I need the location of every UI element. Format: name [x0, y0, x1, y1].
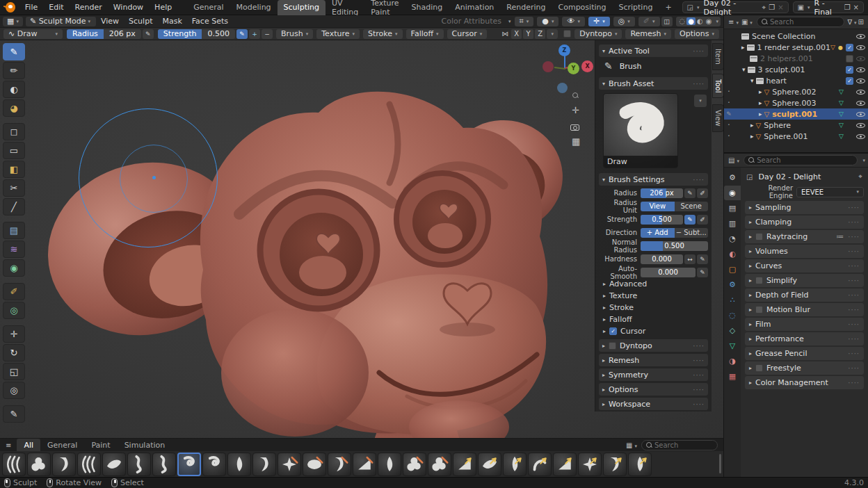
- section-symmetry[interactable]: ▸Symmetry····: [599, 368, 708, 381]
- brush-thumbnail-scoop[interactable]: [102, 453, 126, 476]
- menu-view[interactable]: View: [96, 17, 124, 26]
- section-dyntopo[interactable]: ▸Dyntopo····: [599, 339, 708, 352]
- expand-open-icon[interactable]: ▾: [750, 77, 754, 84]
- mirror-z-toggle[interactable]: Z: [535, 29, 545, 39]
- hardness-range-icon[interactable]: ↔: [684, 254, 696, 264]
- gizmo-y-axis[interactable]: Y: [568, 63, 579, 74]
- radius-value[interactable]: 206 px: [104, 29, 141, 39]
- properties-tab-physics[interactable]: ◌: [724, 308, 741, 323]
- outliner-display-mode[interactable]: ≡▾: [727, 18, 740, 26]
- brush-thumbnail-drop[interactable]: [503, 453, 527, 476]
- menu-sculpt[interactable]: Sculpt: [124, 17, 157, 26]
- brush-thumbnail-scoop[interactable]: [478, 453, 501, 476]
- outliner-row-3-sculpt-001[interactable]: ▾3 sculpt.001✓: [724, 64, 868, 75]
- editor-type-button[interactable]: ▦▾: [3, 17, 23, 26]
- gizmo-neg-z-axis[interactable]: [557, 83, 568, 93]
- proportional-falloff-popover[interactable]: ●▾: [537, 17, 558, 26]
- direction-subtract-button[interactable]: −: [262, 29, 273, 39]
- radius-unit-option-scene[interactable]: Scene: [675, 202, 709, 211]
- scene-selector[interactable]: ◲▾ Day 02 - Delight ⌖ ❐ ×: [682, 1, 789, 13]
- pin-icon[interactable]: ⌖: [761, 3, 768, 12]
- menu-render[interactable]: Render: [70, 0, 108, 15]
- section-raytracing[interactable]: ▸Raytracing≔····: [745, 230, 864, 243]
- popover-texture[interactable]: Texture▾: [316, 29, 360, 39]
- tool-box-face-set[interactable]: ◧: [3, 161, 25, 178]
- object-name[interactable]: 2 helpers.001: [760, 54, 813, 63]
- subsection-stroke[interactable]: ▸Stroke: [599, 302, 708, 314]
- shelf-tab-all[interactable]: All: [17, 439, 40, 451]
- expand-closed-icon[interactable]: ▸: [759, 111, 762, 117]
- shading-solid-icon[interactable]: ●: [686, 17, 696, 25]
- options-popover[interactable]: Options▾: [675, 29, 719, 39]
- tool-mask[interactable]: ◐: [3, 81, 25, 98]
- visibility-eye-icon[interactable]: [856, 133, 865, 140]
- properties-options-dropdown[interactable]: ▾: [862, 158, 865, 163]
- brush-thumbnail-drop[interactable]: [378, 453, 401, 476]
- gizmo-toggle[interactable]: ✛▾: [588, 17, 610, 26]
- tool-line-project[interactable]: ╱: [3, 198, 25, 215]
- zoom-button[interactable]: [572, 90, 579, 101]
- mirror-y-toggle[interactable]: Y: [523, 29, 533, 39]
- outliner-row-sphere[interactable]: ·▸▽Sphere▽: [724, 120, 868, 131]
- properties-tab-modifiers[interactable]: ⚙: [724, 277, 741, 292]
- brush-thumbnail-drop[interactable]: [628, 453, 652, 476]
- shelf-display-mode-icon[interactable]: ▦▾: [625, 441, 638, 449]
- object-name[interactable]: Sphere.002: [772, 88, 816, 97]
- expand-closed-icon[interactable]: ▸: [759, 99, 762, 106]
- new-scene-icon[interactable]: ❐: [767, 3, 776, 11]
- menu-file[interactable]: File: [19, 0, 43, 15]
- overlays-popover[interactable]: ◎▾: [613, 17, 635, 26]
- shelf-menu-icon[interactable]: ≡: [0, 441, 17, 449]
- visibility-eye-icon[interactable]: [856, 89, 865, 95]
- perspective-toggle-button[interactable]: ▦: [572, 136, 580, 147]
- brush-thumbnail-star[interactable]: [278, 453, 301, 476]
- menu-face-sets[interactable]: Face Sets: [187, 17, 233, 26]
- expand-open-icon[interactable]: ▾: [742, 66, 746, 73]
- direction-add-button[interactable]: +: [249, 29, 260, 39]
- menu-mask[interactable]: Mask: [157, 17, 186, 26]
- properties-tab-texture[interactable]: ▦: [724, 369, 741, 384]
- tool-edit-face-set[interactable]: ✐: [3, 283, 25, 300]
- hardness-pen-icon[interactable]: ✎: [697, 254, 708, 264]
- xray-toggle[interactable]: ◫: [661, 17, 673, 26]
- properties-tab-scene[interactable]: ◔: [724, 231, 741, 246]
- mode-selector[interactable]: ✎ Sculpt Mode▾: [26, 17, 96, 26]
- brush-thumbnail-blobs[interactable]: [428, 453, 451, 476]
- subsection-advanced[interactable]: ▸Advanced: [599, 278, 708, 290]
- remove-layer-icon[interactable]: ×: [852, 3, 860, 11]
- brush-thumbnail-hook[interactable]: [528, 453, 552, 476]
- outliner-row-sculpt-001[interactable]: ✎▸▽sculpt.001▽: [724, 108, 868, 120]
- shelf-tab-general[interactable]: General: [40, 439, 84, 451]
- pin-icon[interactable]: ⌖: [857, 172, 864, 181]
- outliner-search[interactable]: [757, 17, 845, 27]
- visibility-eye-icon[interactable]: [856, 33, 865, 40]
- collection-checkbox[interactable]: ✓: [846, 77, 853, 85]
- scene-name[interactable]: Day 02 - Delight: [704, 0, 757, 17]
- section-sampling[interactable]: ▸Sampling····: [745, 201, 864, 214]
- section-remesh[interactable]: ▸Remesh····: [599, 354, 708, 366]
- object-name[interactable]: 3 sculpt.001: [758, 65, 805, 74]
- tool-mesh-filter[interactable]: ▤: [3, 222, 25, 239]
- outliner-row-sphere-001[interactable]: ·▸▽Sphere.001▽: [724, 131, 868, 142]
- menu-edit[interactable]: Edit: [43, 0, 69, 15]
- shading-material-icon[interactable]: ◐: [696, 17, 705, 25]
- properties-tab-tool[interactable]: ⚙: [724, 170, 741, 185]
- brush-preview[interactable]: Draw: [603, 93, 678, 168]
- dyntopo-popover[interactable]: Dyntopo▾: [574, 29, 622, 39]
- visibility-eye-icon[interactable]: [856, 78, 865, 84]
- shading-rendered-icon[interactable]: ◉: [705, 17, 714, 25]
- subsection-cursor[interactable]: ▸✓Cursor: [599, 325, 708, 337]
- properties-tab-particles[interactable]: ∴: [724, 293, 741, 307]
- tool-mask-by-color[interactable]: ◎: [3, 302, 25, 319]
- active-brush-dropdown[interactable]: ∿ Draw▾: [3, 29, 63, 39]
- section-performance[interactable]: ▸Performance····: [745, 332, 864, 345]
- tool-annotate[interactable]: ✎: [3, 405, 25, 423]
- filter-icon[interactable]: ∇▾: [847, 18, 856, 26]
- workspace-tab-animation[interactable]: Animation: [449, 0, 500, 15]
- visibility-eye-icon[interactable]: [856, 67, 865, 73]
- brush-thumbnail-fold[interactable]: [603, 453, 627, 476]
- radius-pen-icon[interactable]: ✎: [684, 188, 696, 198]
- workspace-tab-compositing[interactable]: Compositing: [552, 0, 613, 15]
- workspace-tab-sculpting[interactable]: Sculpting: [278, 0, 326, 15]
- strength-value[interactable]: 0.500: [202, 29, 235, 39]
